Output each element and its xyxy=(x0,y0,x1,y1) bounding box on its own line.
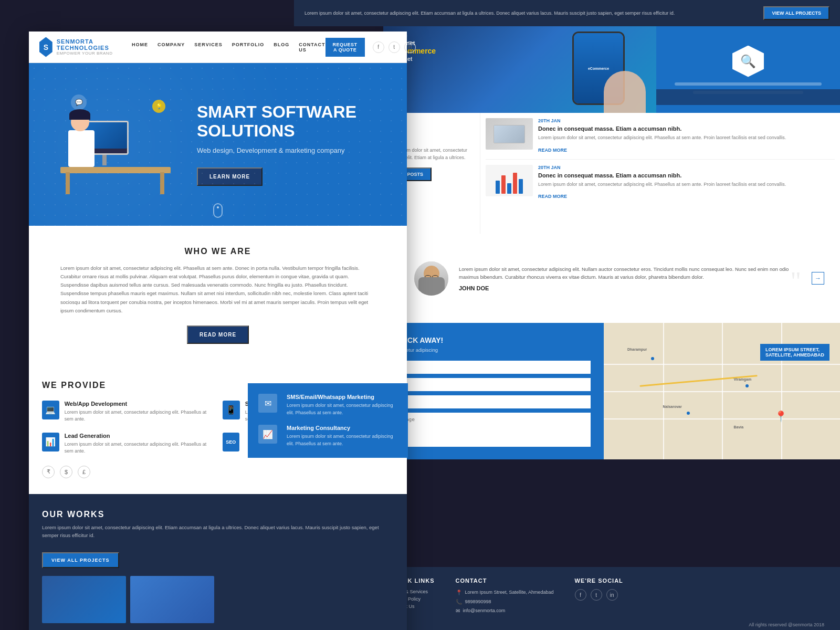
logo-hex: S xyxy=(39,37,52,57)
map-dot-2 xyxy=(746,384,749,387)
nav-services[interactable]: SERVICES xyxy=(194,42,222,52)
phone-icon: 📞 xyxy=(456,599,462,605)
blue-services-overlay: ✉ SMS/Email/Whatsapp Marketing Lorem ips… xyxy=(248,383,408,458)
map-dot-1 xyxy=(651,357,654,360)
phone-input[interactable] xyxy=(388,395,591,408)
footer-facebook-icon[interactable]: f xyxy=(575,589,586,601)
message-input[interactable] xyxy=(388,413,591,447)
nav-blog[interactable]: BLOG xyxy=(274,42,289,52)
contact-form-area: A CLICK AWAY! consectetur adipiscing xyxy=(375,323,604,459)
portrait-body xyxy=(418,277,445,296)
footer-copyright: All rights reserved @senmorta 2018 xyxy=(749,622,824,627)
search-hex-icon: 🔍 xyxy=(732,46,764,77)
map-pin-icon: 📍 xyxy=(774,410,788,423)
blog-post-1: 20TH JAN Donec in consequat massa. Etiam… xyxy=(486,118,835,160)
contact-section-title: A CLICK AWAY! xyxy=(388,336,591,344)
blog-thumb-1 xyxy=(486,118,533,150)
footer-phone-item: 📞 9898990998 xyxy=(456,598,554,605)
testimonial-section: ← " Lorem ipsum dolor sit amet, consecte… xyxy=(375,234,840,323)
email-input[interactable] xyxy=(388,378,591,391)
person-body xyxy=(68,130,94,167)
map-background: 📍 LOREM IPSUM STREET, SATELLITE, AHMEDAB… xyxy=(604,323,840,459)
webapp-icon: 💻 xyxy=(42,401,59,419)
testimonial-quote-text: Lorem ipsum dolor sit amet, consectetur … xyxy=(459,265,801,281)
nav-twitter-icon[interactable]: t xyxy=(388,41,400,53)
blog-post-2-title: Donec in consequat massa. Etiam a accums… xyxy=(538,172,835,178)
view-all-projects-button[interactable]: VIEW ALL PROJECTS xyxy=(763,6,830,20)
chart-bar-2 xyxy=(501,175,506,194)
sms-desc: Lorem ipsum dolor sit amet, consectetur … xyxy=(287,402,397,416)
lead-icon: 📊 xyxy=(42,433,59,452)
who-read-more-button[interactable]: READ MORE xyxy=(187,326,249,344)
consultancy-name: Marketing Consultancy xyxy=(287,425,397,431)
desk-leg-left xyxy=(66,172,70,194)
hero-title: SMART SOFTWARE SOLUTIONS xyxy=(197,103,391,140)
seo-icon: SEO xyxy=(223,433,239,452)
projects-banner-text: Lorem ipsum dolor sit amet, consectetur … xyxy=(304,9,753,17)
blog-post-1-title: Donec in consequat massa. Etiam a accums… xyxy=(538,125,835,132)
footer-social-title: WE'RE SOCIAL xyxy=(575,578,623,584)
site-name: SENMORTA TECHNOLOGIES xyxy=(57,38,116,51)
testimonial-author: JOHN DOE xyxy=(459,285,801,291)
blog-post-2-date: 20TH JAN xyxy=(538,165,835,170)
person-hair xyxy=(69,109,90,120)
blog-post-1-date: 20TH JAN xyxy=(538,118,835,123)
social-icon: 📱 xyxy=(223,401,240,419)
map-area: 📍 LOREM IPSUM STREET, SATELLITE, AHMEDAB… xyxy=(604,323,840,459)
service-item-webapp: 💻 Web/App Development Lorem ipsum dolor … xyxy=(42,401,213,423)
works-images xyxy=(42,576,394,623)
request-quote-button[interactable]: Request A Quote xyxy=(326,38,365,57)
email-icon: ✉ xyxy=(456,608,460,614)
blog-post-2-excerpt: Lorem ipsum dolor sit amet, consectetur … xyxy=(538,181,835,188)
blog-post-1-read-more[interactable]: READ MORE xyxy=(538,148,567,153)
contact-sub-text: consectetur adipiscing xyxy=(388,347,591,353)
right-images-row: Super Internet eCommerce Market eCommerc… xyxy=(383,26,840,113)
main-website: S SENMORTA TECHNOLOGIES EMPOWER YOUR BRA… xyxy=(29,32,407,630)
webapp-desc: Lorem ipsum dolor sit amet, consectetur … xyxy=(65,409,213,423)
chart-bar-1 xyxy=(496,181,500,194)
portrait-bg xyxy=(414,261,448,296)
footer-linkedin-icon[interactable]: in xyxy=(606,589,618,601)
footer-twitter-icon[interactable]: t xyxy=(591,589,602,601)
nav-links: HOME COMPANY SERVICES PORTFOLIO BLOG CON… xyxy=(132,42,326,52)
quote-decoration: " xyxy=(791,270,801,291)
nav-contact[interactable]: CONTACT US xyxy=(299,42,325,52)
nav-home[interactable]: HOME xyxy=(132,42,148,52)
footer-contact: CONTACT 📍 Lorem Ipsum Street, Satellite,… xyxy=(456,578,554,617)
name-input[interactable] xyxy=(388,361,591,374)
nav-company[interactable]: COMPANY xyxy=(158,42,185,52)
footer-phone: 9898990998 xyxy=(465,598,491,605)
name-group xyxy=(388,361,591,374)
hero-title-line1: SMART SOFTWARE xyxy=(197,102,356,121)
nav-facebook-icon[interactable]: f xyxy=(373,41,384,53)
footer-email-item: ✉ info@senmorta.com xyxy=(456,607,554,614)
service-item-sms: ✉ SMS/Email/Whatsapp Marketing Lorem ips… xyxy=(258,394,397,416)
map-address-label: LOREM IPSUM STREET, SATELLITE, AHMEDABAD xyxy=(760,344,830,361)
phone-banner-image: Super Internet eCommerce Market eCommerc… xyxy=(383,26,656,113)
chart-bar-5 xyxy=(519,179,523,194)
blog-post-1-content: 20TH JAN Donec in consequat massa. Etiam… xyxy=(538,118,835,154)
view-all-works-button[interactable]: VIEW ALL PROJECTS xyxy=(42,552,119,568)
learn-more-button[interactable]: LEARN MORE xyxy=(197,167,262,186)
blog-post-2: 20TH JAN Donec in consequat massa. Etiam… xyxy=(486,165,835,206)
blog-post-2-read-more[interactable]: READ MORE xyxy=(538,194,567,199)
nav-linkedin-icon[interactable]: in xyxy=(404,41,416,53)
who-section-title: WHO WE ARE xyxy=(60,247,375,256)
navbar: S SENMORTA TECHNOLOGIES EMPOWER YOUR BRA… xyxy=(29,32,407,63)
floating-bulb-icon: 💡 xyxy=(152,100,165,113)
map-road-v2 xyxy=(722,323,723,459)
testimonial-text: " Lorem ipsum dolor sit amet, consectetu… xyxy=(459,265,801,291)
map-city-bavia: Bavia xyxy=(734,425,744,429)
footer-email: info@senmorta.com xyxy=(463,607,506,614)
currency-usd: $ xyxy=(60,466,72,478)
logo-text: SENMORTA TECHNOLOGIES EMPOWER YOUR BRAND xyxy=(57,38,116,56)
testimonial-next-button[interactable]: → xyxy=(812,272,824,285)
chart-bar-4 xyxy=(513,173,517,194)
consultancy-icon: 📈 xyxy=(258,425,277,444)
map-city-viramgam: Viramgam xyxy=(734,377,752,381)
works-description: Lorem ipsum dolor sit amet, consectetur … xyxy=(42,523,394,539)
sms-name: SMS/Email/Whatsapp Marketing xyxy=(287,394,397,400)
nav-portfolio[interactable]: PORTFOLIO xyxy=(232,42,265,52)
address-icon: 📍 xyxy=(456,590,462,595)
blog-thumb-2 xyxy=(486,165,533,196)
